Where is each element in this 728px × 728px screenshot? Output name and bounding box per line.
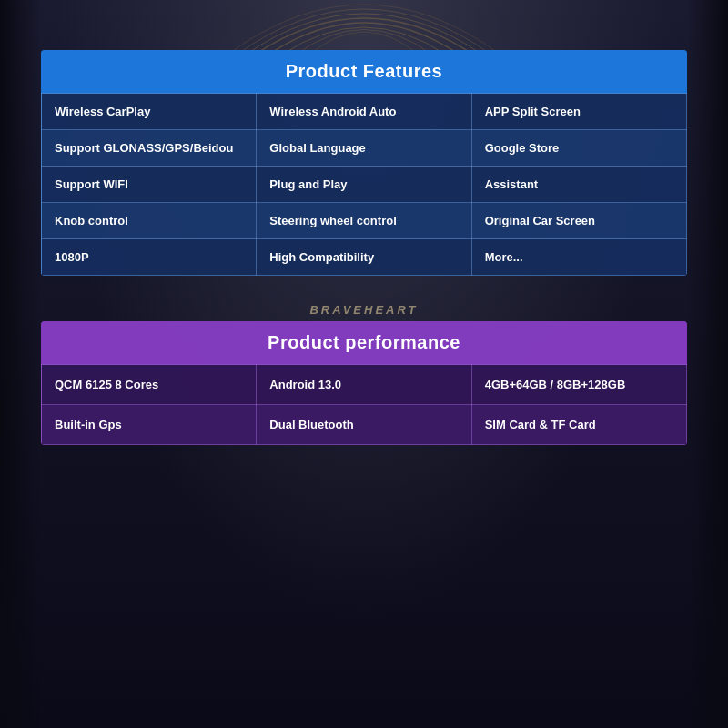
table-cell: Support WIFI bbox=[42, 167, 257, 203]
table-cell: Built-in Gps bbox=[42, 405, 257, 445]
braveheart-text: BRAVEHEART bbox=[309, 303, 418, 317]
table-row: 1080PHigh CompatibilityMore... bbox=[42, 239, 687, 276]
features-section: Product Features Wireless CarPlayWireles… bbox=[41, 50, 687, 276]
performance-section: Product performance QCM 6125 8 CoresAndr… bbox=[41, 321, 687, 445]
table-cell: Assistant bbox=[471, 167, 686, 203]
features-header: Product Features bbox=[41, 50, 687, 93]
table-cell: Steering wheel control bbox=[257, 203, 471, 239]
features-title: Product Features bbox=[286, 61, 442, 81]
features-table: Wireless CarPlayWireless Android AutoAPP… bbox=[41, 93, 687, 276]
page-wrapper: Product Features Wireless CarPlayWireles… bbox=[0, 0, 728, 728]
table-cell: 1080P bbox=[42, 239, 257, 276]
table-row: Wireless CarPlayWireless Android AutoAPP… bbox=[42, 94, 687, 130]
table-cell: Global Language bbox=[257, 130, 471, 167]
table-row: Support WIFIPlug and PlayAssistant bbox=[42, 167, 687, 203]
table-cell: APP Split Screen bbox=[471, 94, 686, 130]
table-row: Built-in GpsDual BluetoothSIM Card & TF … bbox=[42, 405, 687, 445]
performance-table: QCM 6125 8 CoresAndroid 13.04GB+64GB / 8… bbox=[41, 364, 687, 445]
table-cell: Android 13.0 bbox=[257, 365, 471, 405]
bottom-area bbox=[41, 445, 687, 719]
table-row: QCM 6125 8 CoresAndroid 13.04GB+64GB / 8… bbox=[42, 365, 687, 405]
table-cell: More... bbox=[471, 239, 686, 276]
performance-title: Product performance bbox=[268, 332, 460, 352]
table-cell: Google Store bbox=[471, 130, 686, 167]
table-cell: Support GLONASS/GPS/Beidou bbox=[42, 130, 257, 167]
table-cell: Wireless Android Auto bbox=[257, 94, 471, 130]
table-row: Support GLONASS/GPS/BeidouGlobal Languag… bbox=[42, 130, 687, 167]
table-cell: High Compatibility bbox=[257, 239, 471, 276]
table-cell: Wireless CarPlay bbox=[42, 94, 257, 130]
table-row: Knob controlSteering wheel controlOrigin… bbox=[42, 203, 687, 239]
table-cell: Knob control bbox=[42, 203, 257, 239]
table-cell: 4GB+64GB / 8GB+128GB bbox=[471, 365, 686, 405]
top-decoration bbox=[41, 9, 687, 50]
table-cell: SIM Card & TF Card bbox=[471, 405, 686, 445]
table-cell: Original Car Screen bbox=[471, 203, 686, 239]
table-cell: Plug and Play bbox=[257, 167, 471, 203]
table-cell: QCM 6125 8 Cores bbox=[42, 365, 257, 405]
section-gap: BRAVEHEART bbox=[41, 276, 687, 321]
performance-header: Product performance bbox=[41, 321, 687, 364]
table-cell: Dual Bluetooth bbox=[257, 405, 471, 445]
